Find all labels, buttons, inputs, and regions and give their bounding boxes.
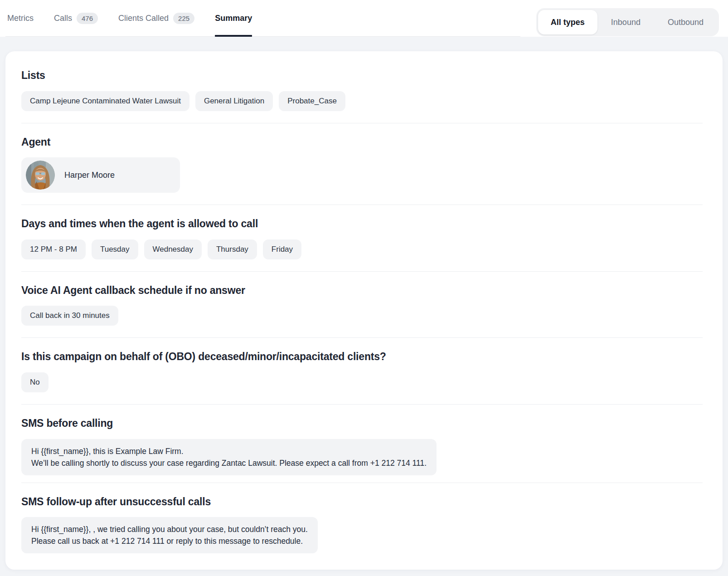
tab-calls[interactable]: Calls 476 bbox=[54, 0, 98, 37]
agent-avatar bbox=[26, 161, 55, 190]
tab-summary[interactable]: Summary bbox=[215, 0, 252, 37]
list-chip: Probate_Case bbox=[279, 91, 345, 111]
filter-outbound-button[interactable]: Outbound bbox=[654, 10, 717, 34]
schedule-chip: Friday bbox=[263, 239, 301, 259]
sms-line: Hi {{first_name}}, , we tried calling yo… bbox=[31, 523, 308, 535]
schedule-chip: Wednesday bbox=[144, 239, 202, 259]
lists-chips: Camp Lejeune Contaminated Water LawsuitG… bbox=[21, 91, 703, 111]
sms-line: Please call us back at +1 212 714 111 or… bbox=[31, 535, 308, 547]
callback-chip: Call back in 30 minutes bbox=[21, 306, 118, 326]
clients-called-count-badge: 225 bbox=[173, 13, 194, 24]
obo-answer-chip: No bbox=[21, 372, 49, 392]
section-agent: Agent bbox=[21, 123, 703, 205]
agent-name: Harper Moore bbox=[64, 171, 115, 180]
tab-calls-label: Calls bbox=[54, 14, 72, 23]
section-callback-schedule: Voice AI Agent callback schedule if no a… bbox=[21, 272, 703, 338]
section-obo: Is this campaign on behalf of (OBO) dece… bbox=[21, 338, 703, 405]
sms-followup-title: SMS follow-up after unsuccessful calls bbox=[21, 496, 703, 508]
sms-before-message: Hi {{first_name}}, this is Example Law F… bbox=[21, 439, 437, 475]
list-chip: General Litigation bbox=[195, 91, 273, 111]
agent-title: Agent bbox=[21, 136, 703, 149]
agent-card: Harper Moore bbox=[21, 157, 180, 193]
schedule-chip: 12 PM - 8 PM bbox=[21, 239, 86, 259]
schedule-chip: Thursday bbox=[208, 239, 257, 259]
lists-title: Lists bbox=[21, 69, 703, 82]
calls-count-badge: 476 bbox=[77, 13, 98, 24]
call-type-filter: All types Inbound Outbound bbox=[536, 8, 719, 36]
sms-before-title: SMS before calling bbox=[21, 417, 703, 430]
tab-bar: Metrics Calls 476 Clients Called 225 Sum… bbox=[0, 0, 728, 37]
section-lists: Lists Camp Lejeune Contaminated Water La… bbox=[21, 69, 703, 123]
callback-chips: Call back in 30 minutes bbox=[21, 306, 703, 326]
sms-followup-message: Hi {{first_name}}, , we tried calling yo… bbox=[21, 517, 318, 553]
obo-title: Is this campaign on behalf of (OBO) dece… bbox=[21, 351, 703, 363]
sms-line: We’ll be calling shortly to discuss your… bbox=[31, 457, 427, 469]
tab-summary-label: Summary bbox=[215, 14, 252, 23]
section-sms-followup: SMS follow-up after unsuccessful calls H… bbox=[21, 483, 703, 554]
schedule-chip: Tuesday bbox=[92, 239, 138, 259]
sms-line: Hi {{first_name}}, this is Example Law F… bbox=[31, 445, 427, 457]
tab-clients-called[interactable]: Clients Called 225 bbox=[118, 0, 194, 37]
filter-inbound-button[interactable]: Inbound bbox=[597, 10, 654, 34]
filter-all-types-button[interactable]: All types bbox=[538, 10, 597, 34]
callback-title: Voice AI Agent callback schedule if no a… bbox=[21, 284, 703, 297]
campaign-summary-card: Lists Camp Lejeune Contaminated Water La… bbox=[5, 51, 723, 570]
tab-metrics-label: Metrics bbox=[7, 14, 34, 23]
call-schedule-chips: 12 PM - 8 PMTuesdayWednesdayThursdayFrid… bbox=[21, 239, 703, 259]
call-schedule-title: Days and times when the agent is allowed… bbox=[21, 218, 703, 230]
section-sms-before: SMS before calling Hi {{first_name}}, th… bbox=[21, 405, 703, 483]
section-call-schedule: Days and times when the agent is allowed… bbox=[21, 205, 703, 272]
obo-chips: No bbox=[21, 372, 703, 392]
tab-metrics[interactable]: Metrics bbox=[7, 0, 34, 37]
list-chip: Camp Lejeune Contaminated Water Lawsuit bbox=[21, 91, 189, 111]
tab-clients-called-label: Clients Called bbox=[118, 14, 169, 23]
